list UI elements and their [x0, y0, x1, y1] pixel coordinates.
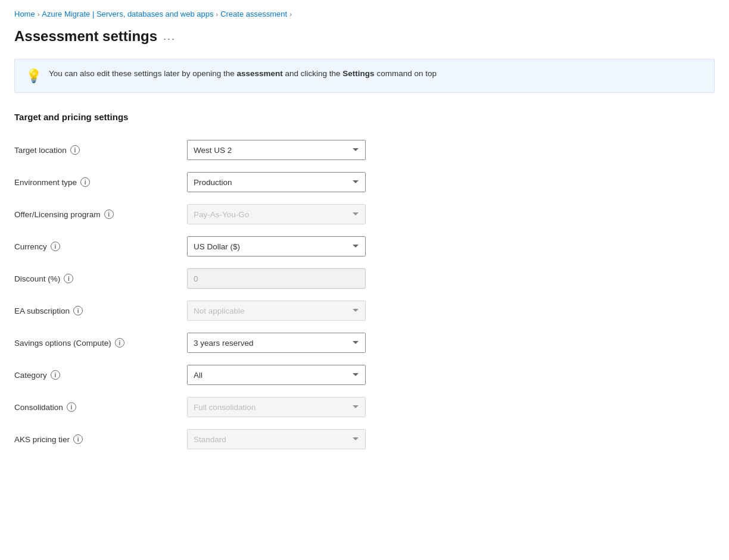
- breadcrumb-azure-migrate[interactable]: Azure Migrate | Servers, databases and w…: [42, 10, 213, 18]
- aks-pricing-tier-label: AKS pricing tier i: [14, 423, 187, 455]
- breadcrumb-sep-1: ›: [38, 11, 40, 18]
- offer-licensing-label: Offer/Licensing program i: [14, 198, 187, 230]
- savings-options-control: 3 years reserved 1 year reserved Pay as …: [187, 327, 715, 359]
- currency-control: US Dollar ($) Euro (€) British Pound (£): [187, 230, 715, 262]
- offer-licensing-info-icon[interactable]: i: [104, 209, 114, 219]
- environment-type-control: Production Dev/Test: [187, 166, 715, 198]
- ea-subscription-info-icon[interactable]: i: [73, 306, 83, 315]
- offer-licensing-control: Pay-As-You-Go: [187, 198, 715, 230]
- breadcrumb: Home › Azure Migrate | Servers, database…: [14, 10, 715, 18]
- savings-options-info-icon[interactable]: i: [115, 338, 124, 348]
- ea-subscription-select: Not applicable: [187, 301, 366, 321]
- breadcrumb-sep-2: ›: [216, 11, 218, 18]
- page-title-row: Assessment settings ...: [14, 28, 715, 45]
- category-label: Category i: [14, 359, 187, 391]
- lightbulb-icon: 💡: [26, 68, 42, 84]
- discount-label: Discount (%) i: [14, 262, 187, 295]
- environment-type-label: Environment type i: [14, 166, 187, 198]
- currency-label: Currency i: [14, 230, 187, 262]
- breadcrumb-create-assessment[interactable]: Create assessment: [220, 10, 287, 18]
- section-title: Target and pricing settings: [14, 112, 715, 122]
- page-title-ellipsis[interactable]: ...: [163, 30, 176, 43]
- target-location-select[interactable]: West US 2 East US East US 2 West US Cent…: [187, 140, 366, 160]
- savings-options-select[interactable]: 3 years reserved 1 year reserved Pay as …: [187, 333, 366, 353]
- aks-pricing-tier-info-icon[interactable]: i: [73, 434, 83, 444]
- consolidation-select: Full consolidation: [187, 397, 366, 417]
- breadcrumb-home[interactable]: Home: [14, 10, 35, 18]
- discount-input: [187, 268, 366, 289]
- offer-licensing-select: Pay-As-You-Go: [187, 204, 366, 224]
- category-select[interactable]: All Compute Storage Network: [187, 365, 366, 385]
- target-location-info-icon[interactable]: i: [70, 145, 80, 155]
- aks-pricing-tier-select: Standard Free: [187, 429, 366, 449]
- currency-info-icon[interactable]: i: [51, 242, 60, 251]
- consolidation-control: Full consolidation: [187, 391, 715, 423]
- consolidation-label: Consolidation i: [14, 391, 187, 423]
- ea-subscription-control: Not applicable: [187, 295, 715, 327]
- category-info-icon[interactable]: i: [51, 370, 60, 380]
- form-grid: Target location i West US 2 East US East…: [14, 134, 715, 455]
- target-location-control: West US 2 East US East US 2 West US Cent…: [187, 134, 715, 166]
- category-control: All Compute Storage Network: [187, 359, 715, 391]
- page-title: Assessment settings: [14, 28, 157, 45]
- discount-info-icon[interactable]: i: [64, 274, 73, 283]
- currency-select[interactable]: US Dollar ($) Euro (€) British Pound (£): [187, 236, 366, 256]
- environment-type-info-icon[interactable]: i: [80, 177, 90, 187]
- aks-pricing-tier-control: Standard Free: [187, 423, 715, 455]
- ea-subscription-label: EA subscription i: [14, 295, 187, 327]
- environment-type-select[interactable]: Production Dev/Test: [187, 172, 366, 192]
- discount-control: [187, 262, 715, 295]
- consolidation-info-icon[interactable]: i: [67, 402, 76, 412]
- info-banner-text: You can also edit these settings later b…: [49, 68, 437, 80]
- savings-options-label: Savings options (Compute) i: [14, 327, 187, 359]
- info-banner: 💡 You can also edit these settings later…: [14, 59, 715, 93]
- target-location-label: Target location i: [14, 134, 187, 166]
- breadcrumb-sep-3: ›: [289, 11, 292, 18]
